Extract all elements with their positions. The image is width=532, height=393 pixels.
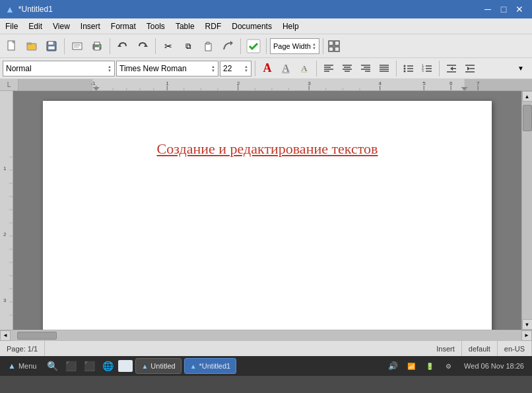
taskbar-power-button[interactable]: 🔋 bbox=[422, 358, 438, 374]
new-button[interactable] bbox=[3, 37, 21, 55]
taskbar-app-untitled1[interactable]: ▲ *Untitled1 bbox=[184, 358, 237, 374]
svg-text:1: 1 bbox=[3, 166, 7, 171]
fmt-sep-3 bbox=[396, 61, 397, 76]
svg-text:3.: 3. bbox=[422, 69, 424, 73]
menu-table[interactable]: Table bbox=[170, 20, 200, 32]
ruler-corner[interactable]: L bbox=[0, 79, 18, 91]
language: en-US bbox=[504, 345, 525, 353]
paste-button[interactable] bbox=[199, 37, 217, 55]
page-width-label: Page Width bbox=[273, 42, 311, 50]
taskbar-terminal-button[interactable]: ⬛ bbox=[81, 358, 97, 374]
font-reduce-button[interactable]: A bbox=[277, 60, 294, 77]
fmt-sep-4 bbox=[439, 61, 440, 76]
menu-file[interactable]: File bbox=[0, 20, 23, 32]
open-button[interactable] bbox=[22, 37, 41, 55]
svg-marker-54 bbox=[450, 67, 453, 71]
scrollbar-track[interactable] bbox=[522, 102, 533, 319]
font-reset-button[interactable]: A bbox=[296, 60, 313, 77]
taskbar-app-untitled[interactable]: ▲ Untitled bbox=[135, 358, 181, 374]
style-select[interactable]: Normal ▲ ▼ bbox=[3, 61, 115, 76]
menu-documents[interactable]: Documents bbox=[226, 20, 277, 32]
print-preview-button[interactable] bbox=[68, 37, 86, 55]
menu-format[interactable]: Format bbox=[106, 20, 141, 32]
titlebar-left: ▲ *Untitled1 bbox=[5, 4, 53, 15]
taskbar-menu-button[interactable]: ▲ Menu bbox=[3, 358, 42, 374]
svg-marker-17 bbox=[144, 44, 148, 47]
font-size-select[interactable]: 22 ▲ ▼ bbox=[220, 61, 251, 76]
ordered-list-button[interactable]: 1.2.3. bbox=[418, 60, 436, 77]
maximize-button[interactable]: □ bbox=[496, 3, 511, 16]
scrollbar-thumb[interactable] bbox=[523, 105, 532, 131]
toolbar-separator-5 bbox=[266, 38, 267, 54]
menu-help[interactable]: Help bbox=[277, 20, 304, 32]
clock-display: Wed 06 Nov 18:26 bbox=[464, 362, 524, 370]
indent-decrease-button[interactable] bbox=[443, 60, 460, 77]
print-button[interactable] bbox=[88, 37, 106, 55]
indent-increase-button[interactable] bbox=[461, 60, 479, 77]
more-button[interactable]: ▼ bbox=[512, 60, 529, 77]
svg-rect-13 bbox=[94, 42, 100, 45]
svg-marker-20 bbox=[230, 41, 233, 45]
redo-button[interactable] bbox=[133, 37, 152, 55]
taskbar: ▲ Menu 🔍 ⬛ ⬛ 🌐 ▲ Untitled ▲ *Untitled1 🔊… bbox=[0, 356, 532, 376]
page-width-select[interactable]: Page Width ▲ ▼ bbox=[270, 38, 319, 54]
taskbar-audio-button[interactable]: 🔊 bbox=[385, 358, 401, 374]
hscroll-thumb[interactable] bbox=[17, 332, 57, 340]
svg-rect-3 bbox=[27, 43, 31, 44]
toolbar-separator-6 bbox=[323, 38, 323, 54]
align-justify-button[interactable] bbox=[376, 60, 393, 77]
align-center-button[interactable] bbox=[339, 60, 356, 77]
svg-text:7: 7 bbox=[477, 80, 480, 86]
scroll-left-button[interactable]: ◄ bbox=[0, 330, 11, 341]
taskbar-settings-button[interactable]: ⚙ bbox=[440, 358, 456, 374]
copy-button[interactable]: ⧉ bbox=[179, 37, 197, 55]
menu-view[interactable]: View bbox=[48, 20, 75, 32]
scroll-up-button[interactable]: ▲ bbox=[522, 91, 533, 102]
statusbar: Page: 1/1 Insert default en-US bbox=[0, 340, 532, 356]
status-insert: Insert bbox=[430, 341, 462, 356]
page-info: Page: 1/1 bbox=[7, 345, 38, 353]
cut-button[interactable]: ✂ bbox=[159, 37, 178, 55]
svg-rect-23 bbox=[335, 41, 339, 45]
svg-text:1: 1 bbox=[166, 80, 169, 86]
svg-point-42 bbox=[404, 65, 406, 67]
taskbar-desktop-button[interactable] bbox=[118, 360, 133, 372]
hscroll-track[interactable] bbox=[11, 331, 521, 340]
taskbar-files-button[interactable]: ⬛ bbox=[63, 358, 79, 374]
svg-rect-96 bbox=[0, 91, 13, 330]
scroll-right-button[interactable]: ► bbox=[521, 330, 532, 341]
menu-rdf[interactable]: RDF bbox=[200, 20, 227, 32]
scroll-down-button[interactable]: ▼ bbox=[522, 319, 533, 330]
save-button[interactable] bbox=[42, 37, 61, 55]
format-clone-button[interactable] bbox=[218, 37, 237, 55]
main-area: 1 2 3 Создание и редактирование текстов … bbox=[0, 91, 532, 330]
status-lang: en-US bbox=[498, 341, 532, 356]
font-enlarge-button[interactable]: A bbox=[259, 60, 276, 77]
fmt-sep-2 bbox=[316, 61, 317, 76]
toolbar-options-button[interactable] bbox=[327, 37, 341, 55]
formatting-toolbar: Normal ▲ ▼ Times New Roman ▲ ▼ 22 ▲ ▼ A … bbox=[0, 58, 532, 79]
titlebar: ▲ *Untitled1 ─ □ ✕ bbox=[0, 0, 532, 18]
svg-rect-24 bbox=[329, 47, 333, 51]
minimize-button[interactable]: ─ bbox=[481, 3, 495, 16]
unordered-list-button[interactable] bbox=[400, 60, 417, 77]
document-area[interactable]: Создание и редактирование текстов bbox=[13, 91, 521, 330]
menu-edit[interactable]: Edit bbox=[23, 20, 48, 32]
ruler-container: L -1 1 2 3 4 5 6 7 bbox=[0, 79, 532, 91]
svg-text:-1: -1 bbox=[91, 80, 96, 86]
taskbar-browser-button[interactable]: 🌐 bbox=[100, 358, 116, 374]
default-status: default bbox=[469, 345, 490, 353]
undo-button[interactable] bbox=[114, 37, 132, 55]
svg-rect-11 bbox=[74, 47, 79, 47]
menu-tools[interactable]: Tools bbox=[141, 20, 170, 32]
spellcheck-button[interactable] bbox=[244, 37, 263, 55]
close-button[interactable]: ✕ bbox=[512, 3, 527, 16]
taskbar-network-button[interactable]: 📶 bbox=[403, 358, 419, 374]
bottom-scrollbar[interactable]: ◄ ► bbox=[0, 330, 532, 340]
taskbar-search-button[interactable]: 🔍 bbox=[44, 358, 60, 374]
menu-insert[interactable]: Insert bbox=[75, 20, 106, 32]
align-right-button[interactable] bbox=[357, 60, 374, 77]
align-left-button[interactable] bbox=[320, 60, 337, 77]
font-select[interactable]: Times New Roman ▲ ▼ bbox=[116, 61, 218, 76]
right-scrollbar[interactable]: ▲ ▼ bbox=[521, 91, 532, 330]
